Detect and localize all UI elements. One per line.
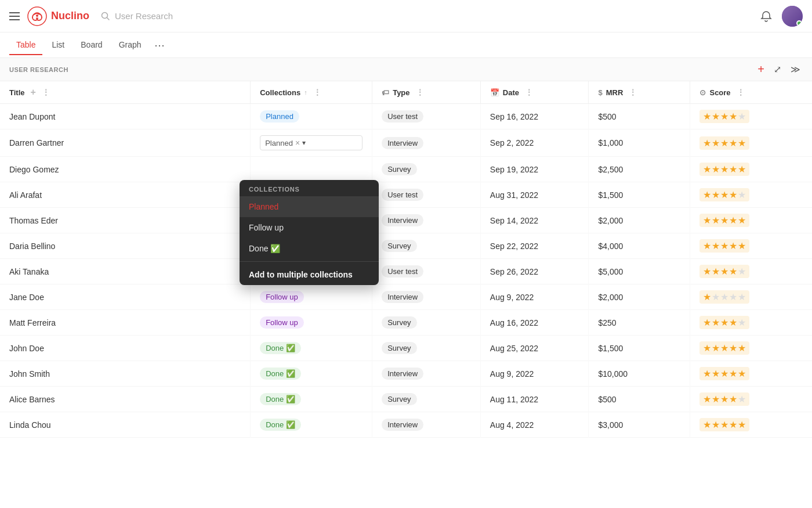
cell-score[interactable]: ★★★★★ <box>690 233 812 259</box>
type-badge[interactable]: Survey <box>382 393 416 405</box>
tab-board[interactable]: Board <box>74 35 109 55</box>
cell-title[interactable]: Alice Barnes <box>0 387 251 412</box>
type-badge[interactable]: Interview <box>382 368 423 380</box>
tab-graph[interactable]: Graph <box>112 35 148 55</box>
date-options-icon[interactable]: ⋮ <box>525 88 533 97</box>
type-badge[interactable]: Interview <box>382 419 423 431</box>
cell-score[interactable]: ★★★★★ <box>690 336 812 361</box>
collection-badge[interactable]: Planned <box>260 110 299 123</box>
cell-title[interactable]: Thomas Eder <box>0 208 251 233</box>
cell-title[interactable]: Matt Ferreira <box>0 310 251 336</box>
cell-score[interactable]: ★★★★★ <box>690 182 812 208</box>
cell-mrr: $1,500 <box>589 336 690 361</box>
cell-type[interactable]: Survey <box>372 233 481 259</box>
cell-title[interactable]: Jean Dupont <box>0 104 251 129</box>
cell-type[interactable]: Interview <box>372 412 481 438</box>
collapse-button[interactable]: ≫ <box>788 62 803 77</box>
collection-badge[interactable]: Done ✅ <box>260 368 301 380</box>
cell-collection[interactable]: Planned <box>251 104 372 129</box>
type-badge[interactable]: Survey <box>382 163 416 175</box>
cell-collection[interactable]: Done ✅ <box>251 387 372 412</box>
cell-collection[interactable]: Done ✅ <box>251 412 372 438</box>
avatar[interactable] <box>782 6 803 27</box>
type-badge[interactable]: Interview <box>382 214 423 226</box>
score-options-icon[interactable]: ⋮ <box>737 88 745 97</box>
tab-table[interactable]: Table <box>9 35 42 55</box>
cell-collection[interactable]: Done ✅ <box>251 361 372 387</box>
cell-type[interactable]: Survey <box>372 157 481 182</box>
dropdown-item-done[interactable]: Done ✅ <box>240 238 379 259</box>
cell-title[interactable]: Diego Gomez <box>0 157 251 182</box>
add-row-button[interactable]: + <box>755 62 767 77</box>
mrr-options-icon[interactable]: ⋮ <box>629 88 637 97</box>
cell-score[interactable]: ★★★★★ <box>690 129 812 157</box>
collection-badge[interactable]: Follow up <box>260 316 304 329</box>
type-options-icon[interactable]: ⋮ <box>416 88 424 97</box>
type-badge[interactable]: Interview <box>382 291 423 303</box>
tab-list[interactable]: List <box>45 35 71 55</box>
search-text[interactable]: User Research <box>115 11 173 21</box>
cell-type[interactable]: Survey <box>372 310 481 336</box>
cell-score[interactable]: ★★★★★ <box>690 412 812 438</box>
type-badge[interactable]: User test <box>382 189 423 201</box>
cell-type[interactable]: Interview <box>372 284 481 310</box>
dropdown-item-followup[interactable]: Follow up <box>240 217 379 238</box>
cell-score[interactable]: ★★★★★ <box>690 157 812 182</box>
cell-score[interactable]: ★★★★★ <box>690 310 812 336</box>
cell-score[interactable]: ★★★★★ <box>690 284 812 310</box>
cell-title[interactable]: Jane Doe <box>0 284 251 310</box>
cell-title[interactable]: Daria Bellino <box>0 233 251 259</box>
cell-type[interactable]: Interview <box>372 129 481 157</box>
cell-collection[interactable]: Follow up <box>251 284 372 310</box>
cell-score[interactable]: ★★★★★ <box>690 208 812 233</box>
cell-title[interactable]: Ali Arafat <box>0 182 251 208</box>
collection-editing-cell[interactable]: Planned × ▾ <box>260 135 362 150</box>
collection-badge[interactable]: Follow up <box>260 291 304 303</box>
clear-collection-icon[interactable]: × <box>295 138 300 147</box>
cell-title[interactable]: John Doe <box>0 336 251 361</box>
cell-collection[interactable]: Follow up <box>251 310 372 336</box>
tab-more-button[interactable]: ⋯ <box>151 34 168 56</box>
collection-dropdown-toggle[interactable]: ▾ <box>302 139 306 147</box>
collection-badge[interactable]: Done ✅ <box>260 342 301 354</box>
cell-date: Aug 4, 2022 <box>480 412 589 438</box>
notification-bell-icon[interactable] <box>760 10 773 23</box>
cell-type[interactable]: Survey <box>372 336 481 361</box>
dropdown-add-multiple[interactable]: Add to multiple collections <box>240 264 379 285</box>
cell-type[interactable]: Interview <box>372 208 481 233</box>
cell-score[interactable]: ★★★★★ <box>690 104 812 129</box>
cell-type[interactable]: Survey <box>372 387 481 412</box>
cell-score[interactable]: ★★★★★ <box>690 387 812 412</box>
column-options-icon[interactable]: ⋮ <box>42 88 50 97</box>
cell-collection[interactable]: Planned × ▾ <box>251 129 372 157</box>
type-badge[interactable]: Survey <box>382 342 416 354</box>
type-badge[interactable]: Interview <box>382 137 423 149</box>
cell-score[interactable]: ★★★★★ <box>690 361 812 387</box>
hamburger-menu[interactable] <box>9 12 20 20</box>
cell-collection[interactable] <box>251 157 372 182</box>
cell-title[interactable]: Linda Chou <box>0 412 251 438</box>
collections-dropdown: COLLECTIONS Planned Follow up Done ✅ Add… <box>240 180 379 285</box>
sort-collections-icon[interactable]: ↑ <box>304 89 307 96</box>
cell-score[interactable]: ★★★★★ <box>690 259 812 284</box>
type-badge[interactable]: User test <box>382 110 423 123</box>
collection-badge[interactable]: Done ✅ <box>260 393 301 405</box>
cell-type[interactable]: User test <box>372 104 481 129</box>
search-area[interactable]: User Research <box>101 11 173 21</box>
cell-type[interactable]: User test <box>372 259 481 284</box>
cell-title[interactable]: John Smith <box>0 361 251 387</box>
dropdown-item-planned[interactable]: Planned <box>240 196 379 217</box>
type-badge[interactable]: Survey <box>382 316 416 329</box>
cell-collection[interactable]: Done ✅ <box>251 336 372 361</box>
cell-type[interactable]: User test <box>372 182 481 208</box>
type-badge[interactable]: Survey <box>382 240 416 252</box>
expand-button[interactable]: ⤢ <box>771 62 784 77</box>
collections-options-icon[interactable]: ⋮ <box>313 88 321 97</box>
cell-title[interactable]: Darren Gartner <box>0 129 251 157</box>
cell-mrr: $2,000 <box>589 284 690 310</box>
add-column-icon[interactable]: + <box>31 87 36 98</box>
cell-type[interactable]: Interview <box>372 361 481 387</box>
cell-title[interactable]: Aki Tanaka <box>0 259 251 284</box>
type-badge[interactable]: User test <box>382 265 423 278</box>
collection-badge[interactable]: Done ✅ <box>260 419 301 431</box>
